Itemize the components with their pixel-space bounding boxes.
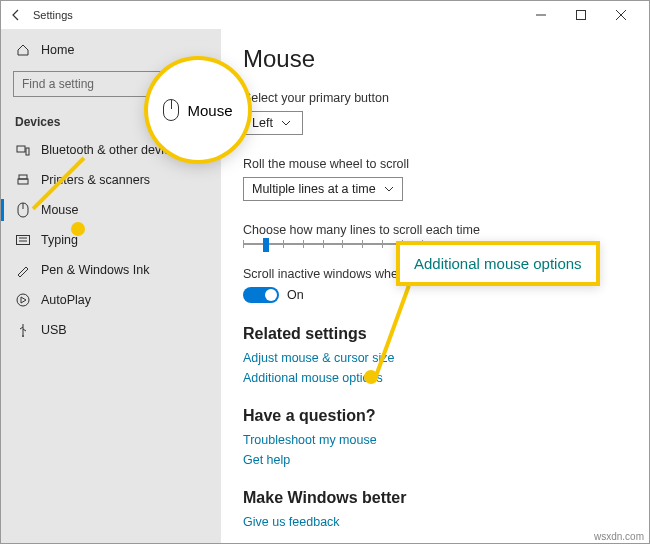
additional-options-link[interactable]: Additional mouse options (243, 371, 627, 385)
sidebar-item-pen[interactable]: Pen & Windows Ink (1, 255, 221, 285)
mouse-icon (15, 202, 31, 218)
svg-rect-1 (577, 11, 586, 20)
primary-button-value: Left (252, 116, 273, 130)
callout-circle-mouse: Mouse (148, 60, 248, 160)
wheel-value: Multiple lines at a time (252, 182, 376, 196)
better-heading: Make Windows better (243, 489, 627, 507)
sidebar-item-printers[interactable]: Printers & scanners (1, 165, 221, 195)
wheel-select[interactable]: Multiple lines at a time (243, 177, 403, 201)
svg-rect-2 (17, 146, 25, 152)
printer-icon (15, 172, 31, 188)
chevron-down-icon (281, 120, 291, 126)
sidebar-item-label: Typing (41, 233, 78, 247)
maximize-button[interactable] (561, 1, 601, 29)
minimize-button[interactable] (521, 1, 561, 29)
callout-box-additional: Additional mouse options (396, 241, 600, 286)
sidebar-item-label: USB (41, 323, 67, 337)
callout-circle-label: Mouse (187, 102, 232, 119)
callout-box-label: Additional mouse options (414, 255, 582, 272)
toggle-state: On (287, 288, 304, 302)
sidebar-item-label: Mouse (41, 203, 79, 217)
page-title: Mouse (243, 45, 627, 73)
titlebar: Settings (1, 1, 649, 29)
close-button[interactable] (601, 1, 641, 29)
usb-icon (15, 322, 31, 338)
slider-thumb[interactable] (263, 238, 269, 252)
sidebar-item-typing[interactable]: Typing (1, 225, 221, 255)
svg-rect-3 (26, 148, 29, 155)
search-placeholder: Find a setting (22, 77, 94, 91)
window-title: Settings (33, 9, 73, 21)
svg-rect-5 (18, 179, 28, 184)
get-help-link[interactable]: Get help (243, 453, 627, 467)
content-pane: Mouse Select your primary button Left Ro… (221, 29, 649, 543)
keyboard-icon (15, 232, 31, 248)
callout-dot (364, 370, 378, 384)
devices-icon (15, 142, 31, 158)
question-heading: Have a question? (243, 407, 627, 425)
primary-button-label: Select your primary button (243, 91, 627, 105)
callout-dot (71, 222, 85, 236)
sidebar-item-label: Pen & Windows Ink (41, 263, 149, 277)
svg-point-12 (22, 335, 24, 337)
chevron-down-icon (384, 186, 394, 192)
sidebar-item-label: AutoPlay (41, 293, 91, 307)
related-heading: Related settings (243, 325, 627, 343)
sidebar-home-label: Home (41, 43, 74, 57)
svg-point-11 (17, 294, 29, 306)
lines-label: Choose how many lines to scroll each tim… (243, 223, 627, 237)
pen-icon (15, 262, 31, 278)
svg-rect-8 (17, 236, 30, 245)
adjust-mouse-link[interactable]: Adjust mouse & cursor size (243, 351, 627, 365)
watermark: wsxdn.com (594, 531, 644, 542)
wheel-label: Roll the mouse wheel to scroll (243, 157, 627, 171)
back-icon[interactable] (9, 8, 23, 22)
troubleshoot-link[interactable]: Troubleshoot my mouse (243, 433, 627, 447)
svg-rect-4 (19, 175, 27, 179)
sidebar-item-usb[interactable]: USB (1, 315, 221, 345)
autoplay-icon (15, 292, 31, 308)
inactive-toggle[interactable] (243, 287, 279, 303)
mouse-icon (163, 99, 179, 121)
home-icon (15, 42, 31, 58)
sidebar-item-autoplay[interactable]: AutoPlay (1, 285, 221, 315)
primary-button-select[interactable]: Left (243, 111, 303, 135)
feedback-link[interactable]: Give us feedback (243, 515, 627, 529)
